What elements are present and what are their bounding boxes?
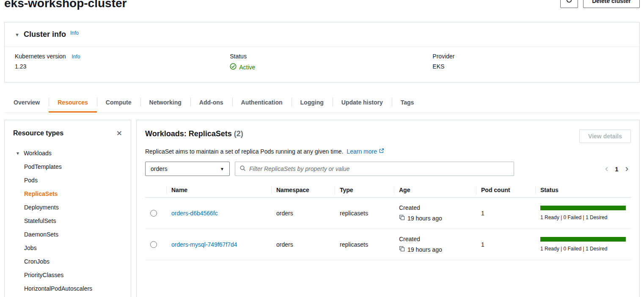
external-link-icon	[379, 148, 384, 155]
row-radio-button[interactable]	[150, 241, 157, 248]
tab-add-ons[interactable]: Add-ons	[190, 94, 232, 113]
sidebar-item-replicasets[interactable]: ReplicaSets	[5, 187, 131, 201]
sidebar-group-cluster[interactable]: ▶ Cluster	[5, 295, 131, 297]
pagination: ‹ 1 ›	[605, 164, 631, 173]
tab-compute[interactable]: Compute	[97, 94, 140, 113]
tab-logging[interactable]: Logging	[292, 94, 333, 113]
refresh-button[interactable]	[560, 0, 578, 8]
tab-resources[interactable]: Resources	[49, 94, 97, 113]
namespace-filter-value: orders	[151, 165, 168, 172]
age-cell: Created 19 hours ago	[394, 229, 476, 260]
resource-type-tree: ▼ Workloads PodTemplates Pods ReplicaSet…	[5, 146, 131, 297]
close-sidebar-button[interactable]: ✕	[116, 130, 122, 137]
description-text: ReplicaSet aims to maintain a set of rep…	[145, 148, 343, 155]
tab-overview[interactable]: Overview	[5, 94, 49, 113]
column-header-namespace[interactable]: Namespace	[271, 183, 335, 198]
kubernetes-version-info-link[interactable]: Info	[72, 54, 80, 60]
sidebar-item-jobs[interactable]: Jobs	[5, 241, 131, 255]
refresh-icon	[566, 0, 572, 5]
replicasets-table: Name Namespace Type Age Pod count Status…	[145, 183, 631, 260]
panel-count: (2)	[234, 129, 243, 138]
sidebar-title: Resource types	[13, 129, 63, 137]
selection-column-header	[145, 183, 166, 198]
table-row: orders-d6b4566fc orders replicasets Crea…	[145, 198, 631, 229]
type-cell: replicasets	[335, 198, 394, 229]
sidebar-header: Resource types ✕	[5, 129, 131, 137]
row-radio-button[interactable]	[150, 210, 157, 217]
filter-row: orders ▼ ‹ 1 ›	[145, 162, 631, 176]
learn-more-label: Learn more	[347, 148, 377, 155]
status-field: Status Active	[230, 53, 432, 71]
sidebar-item-priorityclasses[interactable]: PriorityClasses	[5, 268, 131, 282]
sidebar-item-cronjobs[interactable]: CronJobs	[5, 255, 131, 268]
status-progress-bar	[540, 206, 626, 210]
sidebar-item-horizontalpodautoscalers[interactable]: HorizontalPodAutoscalers	[5, 282, 131, 295]
kubernetes-version-value: 1.23	[15, 63, 230, 70]
learn-more-link[interactable]: Learn more	[347, 148, 384, 155]
column-header-name[interactable]: Name	[166, 183, 271, 198]
tab-networking[interactable]: Networking	[140, 94, 190, 113]
panel-header: Workloads: ReplicaSets (2) View details	[145, 129, 631, 143]
delete-cluster-button[interactable]: Delete cluster	[583, 0, 640, 8]
sidebar-group-workloads[interactable]: ▼ Workloads	[5, 146, 131, 160]
kubernetes-version-field: Kubernetes version Info 1.23	[15, 53, 230, 71]
copy-icon[interactable]	[399, 214, 405, 222]
copy-icon[interactable]	[399, 246, 405, 253]
namespace-filter-select[interactable]: orders ▼	[145, 162, 230, 176]
provider-field: Provider EKS	[432, 53, 629, 71]
caret-down-icon: ▼	[16, 151, 20, 156]
sidebar-item-podtemplates[interactable]: PodTemplates	[5, 160, 131, 173]
replicaset-name-link[interactable]: orders-d6b4566fc	[171, 210, 218, 217]
current-page-number[interactable]: 1	[615, 165, 618, 173]
age-cell: Created 19 hours ago	[394, 198, 476, 229]
status-cell: 1 Ready | 0 Failed | 1 Desired	[535, 229, 631, 260]
sidebar-item-statefulsets[interactable]: StatefulSets	[5, 214, 131, 228]
cluster-info-title: Cluster info	[24, 30, 66, 39]
status-value: Active	[239, 64, 255, 71]
column-header-status[interactable]: Status	[535, 183, 631, 198]
tab-tags[interactable]: Tags	[392, 94, 423, 113]
age-label: Created	[399, 204, 471, 211]
age-value: 19 hours ago	[407, 215, 442, 222]
dropdown-arrow-icon: ▼	[220, 167, 224, 171]
header-actions: Delete cluster	[560, 0, 640, 8]
pod-count-cell: 1	[476, 229, 535, 260]
close-icon: ✕	[116, 129, 122, 138]
tab-authentication[interactable]: Authentication	[232, 94, 292, 113]
search-icon	[239, 165, 246, 173]
previous-page-icon[interactable]: ‹	[605, 164, 608, 173]
column-header-age[interactable]: Age	[394, 183, 476, 198]
eks-cluster-page: eks-workshop-cluster Delete cluster ▼ Cl…	[0, 0, 644, 297]
sidebar-group-label: Workloads	[24, 150, 52, 157]
caret-down-icon: ▼	[15, 32, 19, 37]
replicaset-name-link[interactable]: orders-mysql-749f67f7d4	[171, 241, 237, 248]
replicaset-filter-input[interactable]	[249, 165, 509, 172]
pod-count-cell: 1	[476, 198, 535, 229]
next-page-icon[interactable]: ›	[625, 164, 628, 173]
table-row: orders-mysql-749f67f7d4 orders replicase…	[145, 229, 631, 260]
table-header-row: Name Namespace Type Age Pod count Status	[145, 183, 631, 198]
cluster-info-info-link[interactable]: Info	[70, 30, 79, 36]
provider-label: Provider	[432, 53, 629, 60]
panel-description: ReplicaSet aims to maintain a set of rep…	[145, 148, 631, 155]
view-details-button[interactable]: View details	[579, 129, 631, 143]
page-header: eks-workshop-cluster Delete cluster	[4, 0, 640, 14]
cluster-info-body: Kubernetes version Info 1.23 Status Acti…	[5, 47, 639, 82]
age-label: Created	[399, 236, 471, 242]
sidebar-item-pods[interactable]: Pods	[5, 173, 131, 187]
sidebar-item-deployments[interactable]: Deployments	[5, 201, 131, 214]
resource-types-sidebar: Resource types ✕ ▼ Workloads PodTemplate…	[4, 120, 131, 297]
type-cell: replicasets	[335, 229, 394, 260]
tab-update-history[interactable]: Update history	[333, 94, 392, 113]
status-text: 1 Ready | 0 Failed | 1 Desired	[540, 246, 626, 252]
column-header-pod-count[interactable]: Pod count	[476, 183, 535, 198]
status-label: Status	[230, 53, 432, 60]
provider-value: EKS	[432, 63, 629, 70]
tab-bar: Overview Resources Compute Networking Ad…	[4, 94, 640, 113]
sidebar-item-daemonsets[interactable]: DaemonSets	[5, 228, 131, 241]
cluster-info-card: ▼ Cluster info Info Kubernetes version I…	[4, 22, 640, 82]
cluster-info-header[interactable]: ▼ Cluster info Info	[5, 22, 639, 47]
page-title: eks-workshop-cluster	[4, 0, 127, 12]
status-text: 1 Ready | 0 Failed | 1 Desired	[540, 214, 626, 220]
column-header-type[interactable]: Type	[335, 183, 394, 198]
